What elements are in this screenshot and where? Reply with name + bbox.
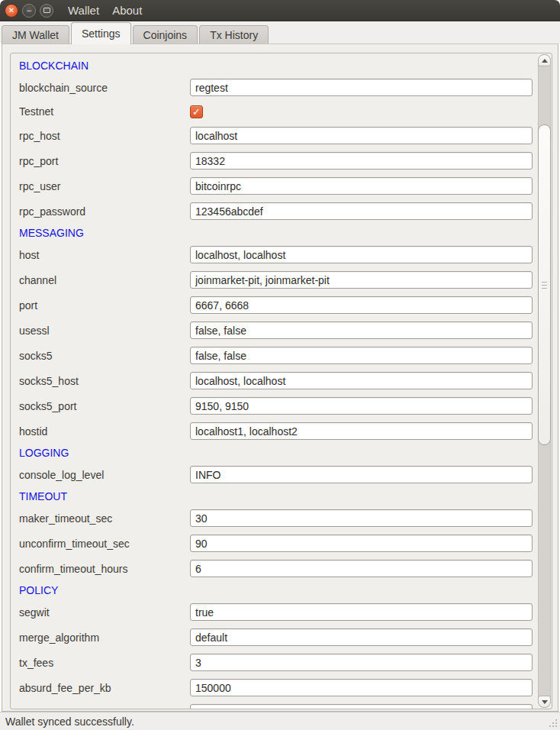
field-input[interactable] (190, 372, 533, 389)
tab-jm-wallet[interactable]: JM Wallet (2, 25, 69, 44)
field-label: Testnet (19, 105, 190, 118)
settings-field-row (19, 700, 537, 709)
field-label: blockchain_source (19, 82, 190, 94)
scrollbar-down-button[interactable] (538, 696, 551, 708)
field-input[interactable] (190, 704, 533, 709)
settings-field-row: merge_algorithm (19, 625, 537, 650)
settings-field-row: rpc_host (19, 123, 537, 148)
settings-section-row: LOGGING (19, 444, 537, 462)
window-close-button[interactable]: ✕ (5, 4, 18, 18)
settings-section-row: POLICY (19, 581, 537, 599)
field-label: usessl (19, 325, 190, 337)
settings-section-row: MESSAGING (19, 224, 537, 242)
settings-field-row: console_log_level (19, 462, 537, 487)
scrollbar-thumb[interactable] (538, 124, 551, 445)
field-input[interactable] (190, 79, 533, 96)
field-label: rpc_host (19, 130, 190, 142)
scrollbar-grip (542, 288, 547, 289)
field-input[interactable] (190, 560, 533, 577)
settings-section-row: BLOCKCHAIN (19, 57, 537, 75)
field-label: rpc_port (19, 155, 190, 167)
field-input[interactable] (190, 509, 533, 527)
field-input[interactable] (190, 152, 533, 170)
settings-field-row: segwit (19, 599, 537, 625)
field-label: confirm_timeout_hours (19, 563, 190, 575)
field-input[interactable] (190, 422, 533, 440)
menu-wallet[interactable]: Wallet (64, 4, 103, 17)
arrow-up-icon (542, 59, 548, 63)
settings-field-row: port (19, 292, 537, 318)
close-icon: ✕ (8, 7, 14, 15)
scrollbar-up-button[interactable] (538, 54, 551, 66)
field-label: hostid (19, 425, 190, 438)
settings-field-row: hostid (19, 418, 537, 444)
field-label: tx_fees (19, 657, 190, 669)
field-label: rpc_user (19, 180, 190, 192)
window-maximize-button[interactable] (40, 4, 53, 18)
titlebar: ✕ − Wallet About (0, 0, 560, 21)
field-label: host (19, 249, 190, 261)
field-input[interactable] (190, 296, 533, 314)
scrollbar-grip (542, 282, 547, 283)
testnet-checkbox[interactable]: ✓ (190, 105, 203, 118)
status-bar: Wallet synced successfully. (0, 712, 560, 730)
settings-form: BLOCKCHAIN blockchain_source Testnet ✓ r… (11, 53, 537, 709)
settings-field-row: socks5_port (19, 393, 537, 418)
field-input[interactable] (190, 397, 533, 415)
field-label: rpc_password (19, 205, 190, 218)
field-input[interactable] (190, 466, 533, 483)
section-header: LOGGING (19, 447, 69, 459)
arrow-down-icon (542, 700, 548, 704)
field-input[interactable] (190, 603, 533, 621)
field-input[interactable] (190, 347, 533, 364)
settings-field-row: confirm_timeout_hours (19, 556, 537, 581)
field-input[interactable] (190, 321, 533, 339)
settings-field-row: blockchain_source (19, 75, 537, 100)
settings-field-row: host (19, 242, 537, 267)
field-input[interactable] (190, 654, 533, 671)
settings-field-row: channel (19, 267, 537, 292)
field-label: port (19, 299, 190, 312)
field-label: console_log_level (19, 469, 190, 481)
scrollbar-grip (542, 285, 547, 286)
field-input[interactable] (190, 271, 533, 289)
tab-coinjoins[interactable]: Coinjoins (133, 25, 198, 44)
vertical-scrollbar[interactable] (538, 54, 551, 708)
window-minimize-button[interactable]: − (22, 4, 36, 18)
minimize-icon: − (26, 6, 31, 15)
settings-field-row: rpc_port (19, 148, 537, 173)
field-input[interactable] (190, 246, 533, 263)
tab-settings[interactable]: Settings (71, 22, 131, 44)
field-input[interactable] (190, 202, 533, 220)
status-message: Wallet synced successfully. (5, 715, 134, 728)
settings-checkbox-row: Testnet ✓ (19, 100, 537, 123)
menubar: Wallet About (64, 4, 151, 17)
section-header: MESSAGING (19, 227, 84, 239)
field-input[interactable] (190, 177, 533, 195)
maximize-icon (43, 8, 50, 13)
field-input[interactable] (190, 628, 533, 646)
field-label: maker_timeout_sec (19, 512, 190, 525)
settings-field-row: tx_fees (19, 650, 537, 675)
field-input[interactable] (190, 679, 533, 696)
settings-field-row: unconfirm_timeout_sec (19, 531, 537, 556)
field-label: merge_algorithm (19, 631, 190, 644)
resize-grip[interactable] (548, 718, 558, 728)
tab-bar: JM Wallet Settings Coinjoins Tx History (0, 21, 560, 44)
field-label: socks5 (19, 350, 190, 362)
field-label: unconfirm_timeout_sec (19, 538, 190, 550)
tab-tx-history[interactable]: Tx History (199, 25, 269, 44)
settings-field-row: usessl (19, 318, 537, 343)
section-header: BLOCKCHAIN (19, 60, 89, 72)
menu-about[interactable]: About (108, 4, 146, 17)
field-input[interactable] (190, 535, 533, 552)
field-input[interactable] (190, 127, 533, 144)
settings-pane: BLOCKCHAIN blockchain_source Testnet ✓ r… (2, 44, 558, 712)
field-label: absurd_fee_per_kb (19, 682, 190, 694)
field-label: socks5_host (19, 375, 190, 387)
settings-field-row: absurd_fee_per_kb (19, 675, 537, 700)
section-header: TIMEOUT (19, 490, 67, 502)
settings-field-row: rpc_password (19, 199, 537, 224)
field-label: socks5_port (19, 400, 190, 412)
settings-field-row: socks5_host (19, 368, 537, 393)
